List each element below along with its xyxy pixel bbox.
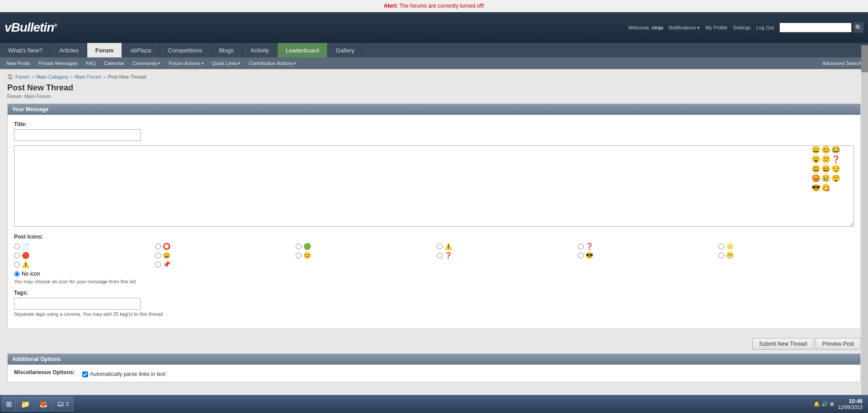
icon-radio-4[interactable] [437, 244, 443, 249]
main-nav-tabs: What's New? Articles Forum vbPlaza Compe… [0, 43, 868, 57]
sub-nav-quick-links[interactable]: Quick Links ▾ [208, 57, 245, 69]
notifications-link[interactable]: Notifications ▾ [669, 25, 700, 31]
icon-option-2[interactable]: ⭕ [155, 243, 291, 250]
tab-activity[interactable]: Activity [242, 43, 278, 57]
emoji-smirk[interactable]: 😏 [831, 164, 840, 173]
parse-links-row: Automatically parse links in text [82, 371, 165, 377]
sub-nav-new-posts[interactable]: New Posts [3, 57, 34, 69]
search-input[interactable] [779, 23, 852, 33]
icon-option-5[interactable]: ❓ [578, 243, 713, 250]
icon-radio-7[interactable] [14, 253, 20, 258]
tab-forum[interactable]: Forum [87, 43, 122, 57]
title-input[interactable] [14, 129, 141, 141]
submit-thread-button[interactable]: Submit New Thread [752, 338, 814, 350]
post-icon-warn2: ⚠️ [22, 261, 29, 268]
search-button[interactable]: 🔍 [854, 23, 863, 33]
icon-option-14[interactable]: 📌 [155, 261, 291, 268]
message-textarea[interactable] [14, 145, 854, 227]
emoji-cry[interactable]: 😢 [821, 174, 830, 183]
sub-nav-contribution-actions[interactable]: Contribution Actions ▾ [245, 57, 300, 69]
additional-options-header: Additional Options [8, 354, 860, 365]
emoji-laugh[interactable]: 😂 [831, 145, 840, 154]
emoji-blush[interactable]: 😊 [821, 145, 830, 154]
forum-name-link[interactable]: Main Forum [24, 94, 51, 99]
icon-radio-9[interactable] [296, 253, 302, 258]
emoji-smile[interactable]: 😄 [811, 145, 821, 154]
icon-radio-14[interactable] [155, 262, 161, 268]
tab-whats-new[interactable]: What's New? [0, 43, 51, 57]
icon-radio-8[interactable] [155, 253, 161, 258]
tags-label: Tags: [14, 290, 854, 296]
post-icon-smile: 😄 [163, 252, 170, 259]
icon-radio-5[interactable] [578, 244, 584, 249]
icon-option-4[interactable]: ⚠️ [437, 243, 572, 250]
message-wrapper: 😄 😊 😂 😮 😕 ❓ 😃 😆 😏 [14, 145, 854, 228]
icon-option-13[interactable]: ⚠️ [14, 261, 150, 268]
icon-option-10[interactable]: ❓ [437, 252, 572, 259]
icon-option-12[interactable]: 😁 [718, 252, 854, 259]
icon-option-6[interactable]: 🌟 [718, 243, 854, 250]
parse-links-checkbox[interactable] [82, 371, 88, 377]
scrollbar-thumb[interactable] [861, 45, 868, 72]
icon-radio-12[interactable] [718, 253, 724, 258]
icon-radio-11[interactable] [578, 253, 584, 258]
emoji-yum[interactable]: 😋 [821, 183, 830, 192]
emoji-open[interactable]: 😮 [811, 155, 821, 164]
tab-blogs[interactable]: Blogs [211, 43, 242, 57]
breadcrumb-main-forum[interactable]: Main Forum [75, 74, 102, 80]
parse-links-label: Automatically parse links in text [90, 371, 165, 377]
emoji-cool[interactable]: 😎 [811, 183, 821, 192]
scrollbar-track[interactable] [861, 45, 868, 392]
icon-option-9[interactable]: 😊 [296, 252, 431, 259]
post-icon-q2: ❓ [444, 252, 452, 259]
sub-nav-private-messages[interactable]: Private Messages [35, 57, 81, 69]
your-message-body: Title: 😄 😊 😂 😮 😕 ❓ [8, 115, 860, 329]
no-icon-label: No icon [22, 271, 40, 277]
icon-hint: You may choose an icon for your message … [14, 279, 854, 284]
tab-articles[interactable]: Articles [51, 43, 87, 57]
community-arrow: ▾ [158, 61, 160, 66]
sub-nav-faq[interactable]: FAQ [82, 57, 99, 69]
emoji-grin[interactable]: 😃 [811, 164, 821, 173]
advanced-search-link[interactable]: Advanced Search [822, 61, 865, 66]
tab-leaderboard[interactable]: Leaderboard [278, 43, 328, 57]
emoji-angry[interactable]: 😡 [811, 174, 821, 183]
icon-option-1[interactable]: 📄 [14, 243, 150, 250]
tab-vbplaza[interactable]: vbPlaza [122, 43, 160, 57]
icon-radio-3[interactable] [296, 244, 302, 249]
tab-gallery[interactable]: Gallery [328, 43, 363, 57]
preview-post-button[interactable]: Preview Post [816, 338, 861, 350]
post-icon-doc: 📄 [22, 243, 29, 250]
icon-radio-1[interactable] [14, 244, 20, 249]
emoji-big-grin[interactable]: 😆 [821, 164, 830, 173]
sub-nav-forum-actions[interactable]: Forum Actions ▾ [165, 57, 207, 69]
icon-radio-6[interactable] [718, 244, 724, 249]
my-profile-link[interactable]: My Profile [705, 25, 727, 30]
sub-nav-community[interactable]: Community ▾ [129, 57, 165, 69]
emoji-surprise[interactable]: 😲 [831, 174, 840, 183]
icon-radio-10[interactable] [437, 253, 443, 258]
icon-option-3[interactable]: 🟢 [296, 243, 431, 250]
settings-link[interactable]: Settings [733, 25, 751, 30]
icon-option-11[interactable]: 😎 [578, 252, 713, 259]
icon-option-7[interactable]: 🔴 [14, 252, 150, 259]
sub-nav-calendar[interactable]: Calendar [100, 57, 128, 69]
breadcrumb-forum[interactable]: Forum [15, 74, 30, 80]
logout-link[interactable]: Log Out [756, 25, 774, 30]
main-content: 🏠 Forum » Main Category » Main Forum » P… [0, 69, 868, 392]
site-logo[interactable]: vBulletin® [5, 20, 57, 35]
contribution-actions-arrow: ▾ [294, 61, 296, 66]
top-nav: vBulletin® Welcome, ninja Notifications … [0, 12, 868, 43]
emoji-sad[interactable]: 😕 [821, 155, 830, 164]
page-title: Post New Thread [7, 83, 861, 93]
tab-competitions[interactable]: Competitions [160, 43, 211, 57]
icon-radio-13[interactable] [14, 262, 20, 268]
emoji-question[interactable]: ❓ [831, 155, 840, 164]
breadcrumb-main-category[interactable]: Main Category [36, 74, 69, 80]
no-icon-radio[interactable] [14, 271, 20, 277]
tags-input[interactable] [14, 298, 141, 310]
icon-option-8[interactable]: 😄 [155, 252, 291, 259]
post-icons-label: Post Icons: [14, 234, 854, 240]
post-icon-warn: ⚠️ [444, 243, 452, 250]
icon-radio-2[interactable] [155, 244, 161, 249]
